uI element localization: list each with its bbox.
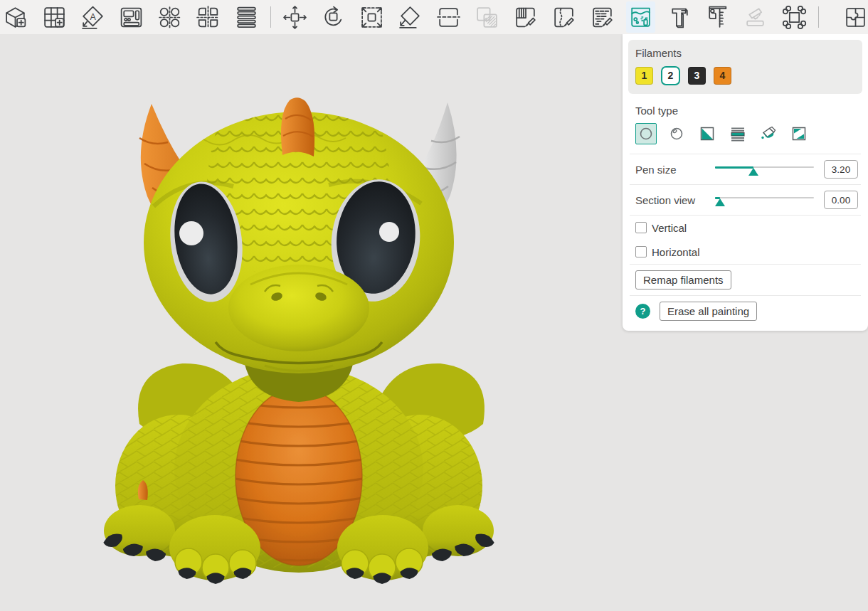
layers-list-icon xyxy=(233,4,260,31)
horizontal-label: Horizontal xyxy=(652,246,700,258)
mesh-boolean-icon xyxy=(474,4,500,31)
layers-list-button[interactable] xyxy=(232,1,261,33)
slider-track xyxy=(715,197,814,198)
arrange-layout-icon xyxy=(118,4,144,31)
place-on-face-button[interactable] xyxy=(396,1,425,33)
dragon-center-horn[interactable] xyxy=(281,97,314,156)
rotate-button[interactable] xyxy=(319,1,348,33)
height-range-tool-button[interactable] xyxy=(727,123,748,144)
seam-painting-button[interactable] xyxy=(549,1,578,33)
rotate-icon xyxy=(320,4,346,31)
pen-size-label: Pen size xyxy=(635,164,715,176)
section-view-label: Section view xyxy=(635,194,715,206)
add-object-icon xyxy=(3,4,29,31)
pen-size-value[interactable]: 3.20 xyxy=(824,160,858,179)
remap-row: Remap filaments xyxy=(628,265,862,295)
tool-type-row xyxy=(635,123,862,144)
auto-arrange-icon: A xyxy=(80,4,106,31)
triangle-tool-button[interactable] xyxy=(697,123,718,144)
split-to-objects-icon xyxy=(157,4,183,31)
height-range-tool-icon xyxy=(729,125,746,142)
color-painting-icon xyxy=(628,4,654,31)
assembly-view-button[interactable] xyxy=(780,1,809,33)
filament-swatches: 1234 xyxy=(635,65,855,85)
vertical-checkbox[interactable] xyxy=(635,222,647,233)
gap-fill-tool-button[interactable] xyxy=(788,123,810,144)
split-to-parts-button[interactable] xyxy=(194,1,223,33)
erase-row: ? Erase all painting xyxy=(628,296,862,324)
plugins-icon xyxy=(842,4,868,31)
remap-filaments-button[interactable]: Remap filaments xyxy=(635,270,731,289)
adaptive-layer-height-button xyxy=(741,1,771,33)
slider-fill xyxy=(715,166,753,169)
filament-swatch-1[interactable]: 1 xyxy=(635,67,653,85)
erase-all-painting-button[interactable]: Erase all painting xyxy=(660,302,757,321)
arrange-layout-button[interactable] xyxy=(117,1,146,33)
section-view-row: Section view 0.00 xyxy=(628,185,862,215)
vertical-checkbox-row[interactable]: Vertical xyxy=(628,216,862,240)
scale-icon xyxy=(359,4,385,31)
triangle-tool-icon xyxy=(699,125,716,142)
assembly-view-icon xyxy=(781,4,808,31)
svg-text:A: A xyxy=(90,11,96,21)
dragon-model[interactable] xyxy=(0,34,623,611)
move-button[interactable] xyxy=(280,1,309,33)
seam-painting-icon xyxy=(551,4,577,31)
fill-tool-button[interactable] xyxy=(758,123,779,144)
gap-fill-tool-icon xyxy=(790,125,808,142)
slider-thumb[interactable] xyxy=(748,168,758,176)
circle-brush-button[interactable] xyxy=(635,123,657,144)
pen-size-row: Pen size 3.20 xyxy=(628,154,862,184)
sphere-brush-icon xyxy=(668,125,685,142)
section-view-slider[interactable] xyxy=(715,193,814,206)
vertical-label: Vertical xyxy=(652,222,687,234)
text-tool-icon xyxy=(666,4,692,31)
app-window: { "toolbar": { "items": [ {"name":"add-o… xyxy=(0,0,868,611)
color-painting-panel: Filaments 1234 Tool type Pen size 3.20 S… xyxy=(623,34,868,331)
tool-type-label: Tool type xyxy=(635,105,862,117)
circle-brush-icon xyxy=(637,125,655,142)
plugins-button[interactable] xyxy=(841,1,868,33)
sphere-brush-button[interactable] xyxy=(666,123,687,144)
auto-arrange-button[interactable]: A xyxy=(78,1,107,33)
filaments-section: Filaments 1234 xyxy=(628,40,862,94)
filament-swatch-2[interactable]: 2 xyxy=(661,66,680,85)
filament-swatch-3[interactable]: 3 xyxy=(688,67,706,85)
support-painting-button[interactable] xyxy=(511,1,540,33)
color-painting-button[interactable] xyxy=(626,1,655,33)
adaptive-layer-height-icon xyxy=(743,4,769,31)
filament-swatch-4[interactable]: 4 xyxy=(714,67,731,85)
help-icon[interactable]: ? xyxy=(635,304,650,319)
cut-button[interactable] xyxy=(434,1,463,33)
slider-thumb[interactable] xyxy=(715,198,725,206)
mesh-boolean-button xyxy=(472,1,502,33)
support-painting-icon xyxy=(512,4,539,31)
scale-button[interactable] xyxy=(357,1,386,33)
pen-size-slider[interactable] xyxy=(715,163,814,176)
toolbar-separator xyxy=(270,6,271,28)
split-to-parts-icon xyxy=(195,4,221,31)
top-toolbar: A xyxy=(0,0,868,34)
add-plate-button[interactable] xyxy=(40,1,69,33)
fill-tool-icon xyxy=(760,125,777,142)
fuzzy-skin-painting-icon xyxy=(589,4,615,31)
split-to-objects-button[interactable] xyxy=(155,1,184,33)
fuzzy-skin-painting-button[interactable] xyxy=(588,1,617,33)
measure-icon xyxy=(704,4,731,31)
text-tool-button[interactable] xyxy=(665,1,694,33)
add-plate-icon xyxy=(41,4,68,31)
measure-button[interactable] xyxy=(703,1,732,33)
move-icon xyxy=(282,4,308,31)
horizontal-checkbox-row[interactable]: Horizontal xyxy=(628,240,862,264)
horizontal-checkbox[interactable] xyxy=(635,246,647,257)
cut-icon xyxy=(435,4,462,31)
add-object-button[interactable] xyxy=(1,1,31,33)
section-view-value[interactable]: 0.00 xyxy=(824,191,858,209)
toolbar-separator xyxy=(818,6,819,28)
filaments-label: Filaments xyxy=(635,47,855,59)
place-on-face-icon xyxy=(397,4,423,31)
